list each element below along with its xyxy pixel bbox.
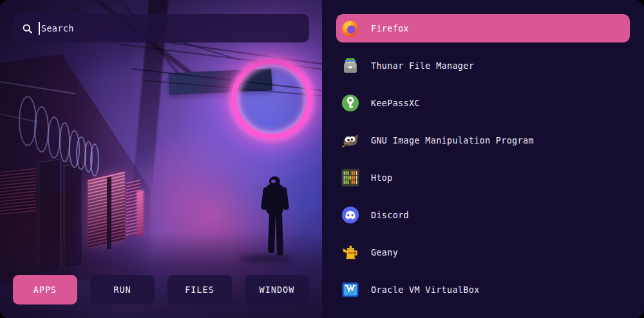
app-label: Firefox <box>371 23 409 33</box>
text-caret <box>39 22 40 35</box>
search-bar[interactable]: Search <box>13 14 309 42</box>
app-label: KeePassXC <box>371 98 420 108</box>
app-row-firefox[interactable]: Firefox <box>336 14 630 42</box>
app-label: GNU Image Manipulation Program <box>371 135 534 145</box>
thunar-icon <box>341 56 360 75</box>
app-row-discord[interactable]: Discord <box>336 201 630 229</box>
app-row-gimp[interactable]: GNU Image Manipulation Program <box>336 126 630 154</box>
app-row-virtualbox[interactable]: Oracle VM VirtualBox <box>336 276 630 304</box>
app-list: Firefox Thunar File Manager KeePassXC GN… <box>322 0 644 318</box>
vignette <box>0 0 103 318</box>
firefox-icon <box>341 19 360 38</box>
tab-apps[interactable]: APPS <box>13 275 77 304</box>
background-scene <box>0 0 322 318</box>
app-label: Thunar File Manager <box>371 61 474 71</box>
geany-icon <box>341 243 360 262</box>
discord-icon <box>341 205 360 225</box>
app-label: Discord <box>371 210 409 220</box>
keepassxc-icon <box>341 93 360 113</box>
app-label: Htop <box>371 173 393 183</box>
launcher-window: Search APPSRUNFILESWINDOW Firefox Thunar… <box>0 0 644 318</box>
tab-run[interactable]: RUN <box>90 275 155 304</box>
app-row-htop[interactable]: Htop <box>336 164 630 192</box>
mode-tabs: APPSRUNFILESWINDOW <box>13 275 309 304</box>
search-placeholder: Search <box>41 23 74 33</box>
app-row-thunar[interactable]: Thunar File Manager <box>336 51 630 80</box>
app-row-geany[interactable]: Geany <box>336 238 630 267</box>
left-pane: Search APPSRUNFILESWINDOW <box>0 0 322 318</box>
htop-icon <box>341 168 360 187</box>
virtualbox-icon <box>341 280 360 299</box>
neon-sign-strip <box>137 190 144 236</box>
astronaut-silhouette <box>260 176 290 260</box>
search-icon <box>22 23 33 34</box>
app-label: Oracle VM VirtualBox <box>371 285 480 295</box>
app-row-keepassxc[interactable]: KeePassXC <box>336 89 630 117</box>
gimp-icon <box>341 131 360 150</box>
app-label: Geany <box>371 247 398 257</box>
tab-window[interactable]: WINDOW <box>245 275 309 304</box>
tab-files[interactable]: FILES <box>167 275 232 304</box>
